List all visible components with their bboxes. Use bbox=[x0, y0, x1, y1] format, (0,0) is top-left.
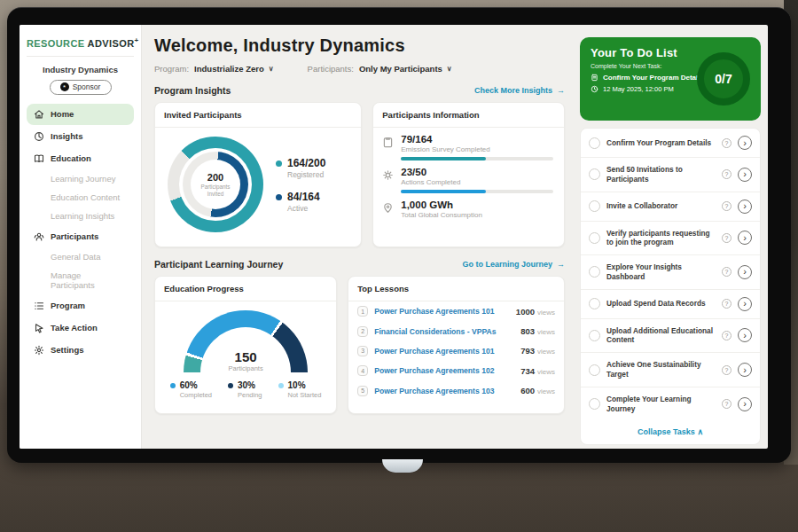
task-row[interactable]: Complete Your Learning Journey ? › bbox=[581, 387, 760, 421]
sidebar-item-education-content[interactable]: Education Content bbox=[27, 189, 134, 207]
check-more-insights-link[interactable]: Check More Insights → bbox=[474, 86, 565, 95]
stat-emission-survey: 79/164 Emission Survey Completed bbox=[382, 134, 553, 160]
chevron-right-button[interactable]: › bbox=[738, 168, 752, 182]
sidebar-item-manage-participants[interactable]: Manage Participants bbox=[27, 267, 134, 294]
lesson-rank: 5 bbox=[357, 386, 368, 396]
page-title: Welcome, Industry Dynamics bbox=[154, 35, 565, 56]
invited-donut-chart: 200 Participants Invited bbox=[168, 137, 263, 232]
background-desk bbox=[0, 465, 798, 532]
arrow-right-icon: → bbox=[557, 260, 565, 269]
lesson-link[interactable]: Power Purchase Agreements 101 bbox=[374, 347, 514, 356]
main-content: Welcome, Industry Dynamics Program: Indu… bbox=[142, 25, 576, 449]
chevron-right-button[interactable]: › bbox=[738, 297, 752, 311]
sidebar-item-general-data[interactable]: General Data bbox=[27, 248, 134, 266]
program-filter-label: Program: bbox=[154, 64, 189, 74]
help-icon[interactable]: ? bbox=[722, 233, 732, 243]
chevron-right-button[interactable]: › bbox=[738, 231, 752, 245]
task-row[interactable]: Invite a Collaborator ? › bbox=[581, 192, 760, 222]
top-lessons-card: Top Lessons 1 Power Purchase Agreements … bbox=[348, 276, 565, 414]
task-row[interactable]: Verify participants requesting to join t… bbox=[581, 222, 760, 256]
program-select[interactable]: Industrialize Zero ∨ bbox=[194, 64, 274, 74]
todo-summary-card: Your To Do List Complete Your Next Task:… bbox=[580, 37, 761, 121]
progress-bar bbox=[401, 190, 553, 193]
lesson-row: 4 Power Purchase Agreements 102 734views bbox=[348, 361, 564, 380]
sidebar-item-program[interactable]: Program bbox=[27, 295, 134, 317]
gear-icon bbox=[34, 345, 44, 356]
chevron-right-button[interactable]: › bbox=[738, 397, 752, 411]
task-checkbox[interactable] bbox=[589, 168, 600, 180]
sidebar-item-learning-journey[interactable]: Learning Journey bbox=[27, 170, 134, 188]
sidebar-item-learning-insights[interactable]: Learning Insights bbox=[27, 207, 134, 225]
legend-active: 84/164Active bbox=[276, 191, 325, 213]
help-icon[interactable]: ? bbox=[722, 365, 732, 375]
lesson-rank: 4 bbox=[357, 365, 368, 376]
sidebar-item-insights[interactable]: Insights bbox=[27, 126, 134, 147]
task-checkbox[interactable] bbox=[589, 137, 600, 149]
logo-resource: RESOURCE bbox=[27, 38, 85, 49]
task-row[interactable]: Send 50 Invitations to Participants ? › bbox=[581, 158, 760, 192]
lesson-link[interactable]: Power Purchase Agreements 101 bbox=[374, 307, 510, 316]
legend-dot bbox=[276, 160, 282, 167]
task-checkbox[interactable] bbox=[589, 398, 600, 410]
help-icon[interactable]: ? bbox=[722, 267, 732, 277]
sidebar-item-home[interactable]: Home bbox=[27, 104, 134, 125]
help-icon[interactable]: ? bbox=[722, 299, 732, 309]
task-row[interactable]: Achieve One Sustainability Target ? › bbox=[581, 353, 760, 387]
sidebar-item-participants[interactable]: Participants bbox=[27, 226, 134, 247]
stat-actions-completed: 23/50 Actions Completed bbox=[382, 167, 553, 193]
education-gauge-chart: 150 Participants bbox=[184, 310, 308, 372]
logo-plus: + bbox=[135, 36, 139, 44]
sidebar-item-settings[interactable]: Settings bbox=[27, 340, 134, 361]
legend-completed: 60%Completed bbox=[170, 380, 212, 399]
help-icon[interactable]: ? bbox=[722, 169, 732, 179]
stat-global-consumption: 1,000 GWh Total Global Consumption bbox=[382, 200, 553, 219]
lesson-link[interactable]: Financial Considerations - VPPAs bbox=[374, 327, 514, 336]
lesson-row: 2 Financial Considerations - VPPAs 803vi… bbox=[348, 321, 564, 340]
task-checkbox[interactable] bbox=[589, 232, 600, 244]
collapse-tasks-link[interactable]: Collapse Tasks ∧ bbox=[581, 420, 760, 444]
monitor-screen: RESOURCE ADVISOR+ Industry Dynamics * Sp… bbox=[20, 25, 768, 449]
lesson-link[interactable]: Power Purchase Agreements 103 bbox=[374, 387, 514, 395]
filter-bar: Program: Industrialize Zero ∨ Participan… bbox=[154, 64, 565, 74]
task-checkbox[interactable] bbox=[589, 266, 600, 278]
task-checkbox[interactable] bbox=[589, 364, 600, 376]
participants-information-card: Participants Information 79/164 Emission… bbox=[372, 102, 565, 247]
task-checkbox[interactable] bbox=[589, 200, 600, 212]
chevron-right-button[interactable]: › bbox=[738, 200, 752, 214]
chevron-right-button[interactable]: › bbox=[738, 136, 752, 150]
chevron-right-button[interactable]: › bbox=[738, 265, 752, 279]
task-row[interactable]: Explore Your Insights Dashboard ? › bbox=[581, 255, 760, 290]
donut-center-label: Participants Invited bbox=[196, 184, 235, 198]
background-photo: RESOURCE ADVISOR+ Industry Dynamics * Sp… bbox=[0, 0, 798, 532]
sponsor-label: Sponsor bbox=[73, 82, 101, 91]
sidebar-item-take-action[interactable]: Take Action bbox=[27, 317, 134, 339]
sidebar-item-education[interactable]: Education bbox=[27, 148, 134, 169]
invited-participants-card: Invited Participants 200 Participants In… bbox=[154, 102, 362, 247]
lesson-link[interactable]: Power Purchase Agreements 102 bbox=[374, 366, 514, 375]
chevron-right-button[interactable]: › bbox=[738, 328, 752, 342]
sidebar: RESOURCE ADVISOR+ Industry Dynamics * Sp… bbox=[20, 25, 142, 449]
task-row[interactable]: Upload Additional Educational Content ? … bbox=[581, 319, 760, 354]
go-to-learning-journey-link[interactable]: Go to Learning Journey → bbox=[462, 260, 565, 269]
participants-select[interactable]: Only My Participants ∨ bbox=[359, 64, 452, 74]
help-icon[interactable]: ? bbox=[722, 201, 732, 211]
task-checkbox[interactable] bbox=[589, 298, 600, 309]
legend-dot bbox=[276, 194, 282, 200]
sponsor-badge[interactable]: * Sponsor bbox=[50, 80, 112, 95]
donut-center-value: 200 bbox=[207, 172, 223, 183]
lesson-row: 1 Power Purchase Agreements 101 1000view… bbox=[348, 301, 564, 321]
legend-not-started: 10%Not Started bbox=[278, 380, 322, 399]
home-icon bbox=[34, 109, 44, 120]
help-icon[interactable]: ? bbox=[722, 138, 732, 148]
progress-bar bbox=[401, 157, 553, 160]
arrow-right-icon: → bbox=[557, 86, 565, 95]
task-row[interactable]: Confirm Your Program Details ? › bbox=[581, 129, 760, 158]
lesson-row: 3 Power Purchase Agreements 101 793views bbox=[348, 341, 564, 361]
education-progress-card: Education Progress 150 Participants bbox=[154, 276, 337, 414]
help-icon[interactable]: ? bbox=[722, 331, 732, 340]
chevron-right-button[interactable]: › bbox=[738, 363, 752, 377]
task-row[interactable]: Upload Spend Data Records ? › bbox=[581, 290, 760, 319]
help-icon[interactable]: ? bbox=[722, 399, 732, 409]
task-checkbox[interactable] bbox=[589, 330, 600, 341]
lesson-rank: 3 bbox=[357, 346, 368, 356]
